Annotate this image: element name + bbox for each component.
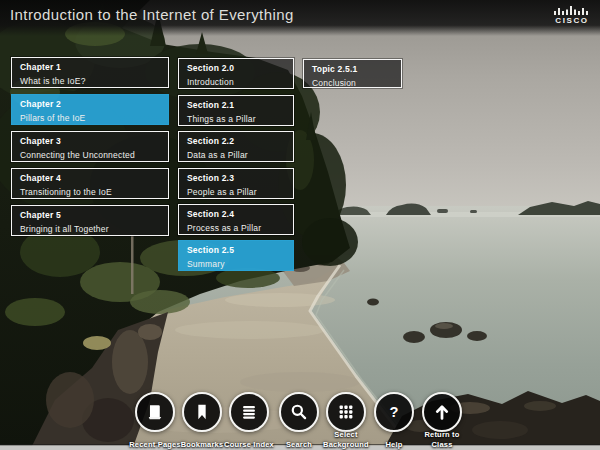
help-circle[interactable]: ? (374, 392, 414, 432)
section-label: Section 2.3 (187, 173, 287, 183)
chapter-label: Chapter 5 (20, 210, 162, 220)
search-icon (288, 401, 310, 423)
chapter-title: What is the IoE? (20, 76, 162, 86)
chapter-label: Chapter 2 (20, 99, 162, 109)
chapter-tile-2-selected[interactable]: Chapter 2 Pillars of the IoE (11, 94, 169, 125)
recent-pages-circle[interactable] (135, 392, 175, 432)
return-to-class-button[interactable]: Return to Class (414, 392, 470, 449)
section-title: Summary (187, 259, 287, 269)
section-title: Introduction (187, 77, 287, 87)
section-tile-2-5-selected[interactable]: Section 2.5 Summary (178, 240, 294, 271)
chapter-label: Chapter 4 (20, 173, 162, 183)
section-tile-2-4[interactable]: Section 2.4 Process as a Pillar (178, 204, 294, 235)
chapter-tile-1[interactable]: Chapter 1 What is the IoE? (11, 57, 169, 88)
recent-pages-icon (144, 401, 166, 423)
section-title: Data as a Pillar (187, 150, 287, 160)
section-title: Process as a Pillar (187, 223, 287, 233)
cisco-logo-bars-icon (554, 5, 590, 15)
help-icon: ? (383, 401, 405, 423)
return-to-class-icon (431, 401, 453, 423)
select-background-circle[interactable] (326, 392, 366, 432)
section-title: Things as a Pillar (187, 114, 287, 124)
section-label: Section 2.1 (187, 100, 287, 110)
search-circle[interactable] (279, 392, 319, 432)
course-index-circle[interactable] (229, 392, 269, 432)
return-to-class-label: Return to Class (413, 430, 471, 449)
chapter-title: Transitioning to the IoE (20, 187, 162, 197)
cisco-logo: CISCO (554, 5, 590, 25)
bookmarks-circle[interactable] (182, 392, 222, 432)
topic-label: Topic 2.5.1 (312, 64, 395, 74)
chapter-title: Pillars of the IoE (20, 113, 162, 123)
chapter-title: Bringing it all Together (20, 224, 162, 234)
section-label: Section 2.4 (187, 209, 287, 219)
chapter-tile-3[interactable]: Chapter 3 Connecting the Unconnected (11, 131, 169, 162)
header-bar: Introduction to the Internet of Everythi… (0, 0, 600, 36)
topic-title: Conclusion (312, 78, 395, 88)
section-label: Section 2.2 (187, 136, 287, 146)
chapter-title: Connecting the Unconnected (20, 150, 162, 160)
section-label: Section 2.0 (187, 63, 287, 73)
section-tile-2-3[interactable]: Section 2.3 People as a Pillar (178, 168, 294, 199)
section-title: People as a Pillar (187, 187, 287, 197)
chapter-tile-5[interactable]: Chapter 5 Bringing it all Together (11, 205, 169, 236)
topic-tile-2-5-1[interactable]: Topic 2.5.1 Conclusion (303, 59, 402, 88)
chapter-label: Chapter 1 (20, 62, 162, 72)
bookmarks-icon (191, 401, 213, 423)
section-tile-2-1[interactable]: Section 2.1 Things as a Pillar (178, 95, 294, 126)
return-to-class-circle[interactable] (422, 392, 462, 432)
cisco-wordmark: CISCO (555, 16, 588, 25)
page-title: Introduction to the Internet of Everythi… (10, 6, 294, 23)
course-index-icon (238, 401, 260, 423)
svg-text:?: ? (390, 404, 399, 420)
chapter-label: Chapter 3 (20, 136, 162, 146)
select-background-icon (335, 401, 357, 423)
course-index-button[interactable]: Course Index (221, 392, 277, 449)
section-tile-2-0[interactable]: Section 2.0 Introduction (178, 58, 294, 89)
section-label: Section 2.5 (187, 245, 287, 255)
chapter-tile-4[interactable]: Chapter 4 Transitioning to the IoE (11, 168, 169, 199)
section-tile-2-2[interactable]: Section 2.2 Data as a Pillar (178, 131, 294, 162)
